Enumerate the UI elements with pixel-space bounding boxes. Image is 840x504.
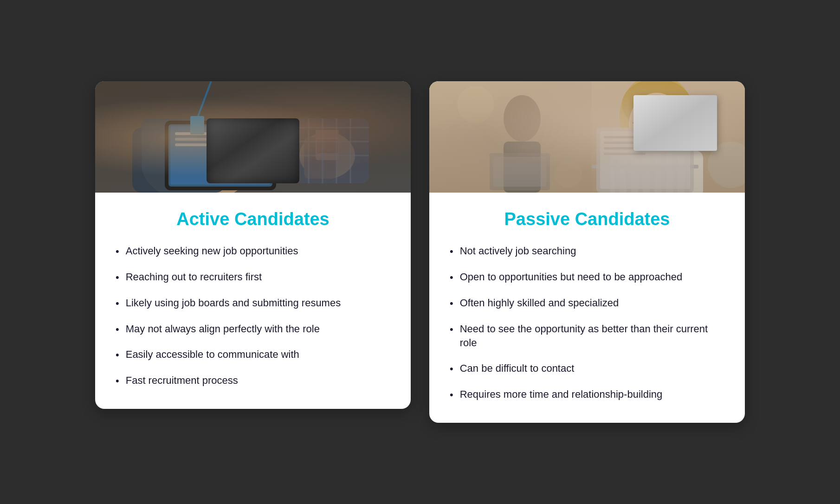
svg-rect-8	[165, 121, 276, 190]
svg-rect-42	[659, 116, 676, 128]
passive-candidates-image	[429, 81, 745, 193]
svg-point-7	[210, 127, 221, 147]
list-item: Open to opportunities but need to be app…	[450, 270, 724, 285]
svg-rect-10	[170, 126, 271, 185]
passive-candidates-content: Passive Candidates Not actively job sear…	[429, 193, 745, 423]
list-item: Reaching out to recruiters first	[116, 270, 390, 285]
svg-rect-1	[95, 81, 411, 193]
list-item: Fast recruitment process	[116, 374, 390, 388]
svg-rect-20	[317, 139, 338, 153]
active-candidates-image	[95, 81, 411, 193]
svg-rect-9	[168, 124, 272, 187]
list-item: Likely using job boards and submitting r…	[116, 296, 390, 311]
svg-point-65	[708, 142, 745, 188]
svg-point-48	[645, 137, 668, 155]
passive-candidates-title: Passive Candidates	[450, 209, 724, 229]
svg-rect-54	[661, 151, 666, 193]
svg-point-38	[620, 81, 694, 158]
svg-rect-37	[493, 157, 546, 187]
list-item: Easily accessible to communicate with	[116, 348, 390, 362]
svg-line-29	[197, 81, 211, 118]
svg-point-46	[640, 118, 652, 126]
svg-point-5	[176, 128, 227, 165]
svg-rect-61	[604, 142, 655, 144]
list-item: Not actively job searching	[450, 244, 724, 259]
svg-rect-63	[604, 153, 646, 155]
svg-rect-31	[429, 81, 745, 193]
list-item: Actively seeking new job opportunities	[116, 244, 390, 259]
svg-rect-51	[627, 151, 631, 193]
active-candidates-card: Active Candidates Actively seeking new j…	[95, 81, 411, 409]
svg-rect-32	[429, 81, 745, 193]
svg-marker-15	[254, 167, 259, 174]
list-item: Need to see the opportunity as better th…	[450, 322, 724, 351]
svg-rect-30	[190, 116, 204, 135]
svg-rect-58	[596, 128, 694, 193]
svg-rect-13	[175, 143, 231, 146]
svg-rect-62	[604, 147, 664, 149]
svg-point-6	[202, 128, 216, 151]
svg-point-66	[555, 160, 582, 188]
svg-rect-41	[637, 116, 655, 128]
svg-rect-14	[247, 123, 263, 169]
svg-rect-50	[615, 151, 620, 193]
passive-candidates-card: Passive Candidates Not actively job sear…	[429, 81, 745, 423]
svg-point-40	[629, 93, 685, 158]
list-item: Can be difficult to contact	[450, 362, 724, 376]
list-item: Requires more time and relationship-buil…	[450, 388, 724, 402]
svg-rect-35	[504, 142, 541, 193]
svg-point-2	[142, 128, 253, 193]
svg-rect-17	[304, 137, 336, 179]
svg-rect-4	[142, 118, 216, 174]
svg-rect-33	[429, 81, 592, 193]
svg-rect-49	[610, 151, 703, 193]
svg-point-16	[299, 132, 355, 179]
active-candidates-content: Active Candidates Actively seeking new j…	[95, 193, 411, 409]
svg-rect-3	[132, 128, 225, 193]
svg-point-64	[457, 86, 494, 123]
svg-rect-59	[600, 131, 690, 189]
cards-container: Active Candidates Actively seeking new j…	[77, 63, 763, 441]
svg-rect-19	[316, 130, 339, 137]
svg-rect-52	[638, 151, 643, 193]
active-candidates-title: Active Candidates	[116, 209, 390, 229]
svg-rect-12	[175, 138, 221, 141]
svg-rect-0	[95, 81, 411, 193]
svg-line-44	[633, 122, 637, 123]
svg-point-34	[504, 95, 541, 142]
svg-rect-55	[673, 151, 678, 193]
svg-rect-57	[592, 165, 698, 168]
svg-rect-53	[650, 151, 654, 193]
svg-rect-11	[175, 132, 235, 135]
svg-rect-56	[685, 151, 689, 193]
active-candidates-list: Actively seeking new job opportunities R…	[116, 244, 390, 388]
list-item: May not always align perfectly with the …	[116, 322, 390, 337]
passive-candidates-list: Not actively job searching Open to oppor…	[450, 244, 724, 402]
svg-rect-21	[295, 118, 369, 183]
svg-rect-18	[316, 130, 339, 160]
svg-line-45	[676, 122, 681, 123]
svg-rect-60	[604, 136, 669, 138]
svg-point-39	[622, 81, 691, 130]
svg-point-47	[662, 118, 673, 126]
list-item: Often highly skilled and specialized	[450, 296, 724, 311]
svg-rect-36	[490, 153, 550, 190]
